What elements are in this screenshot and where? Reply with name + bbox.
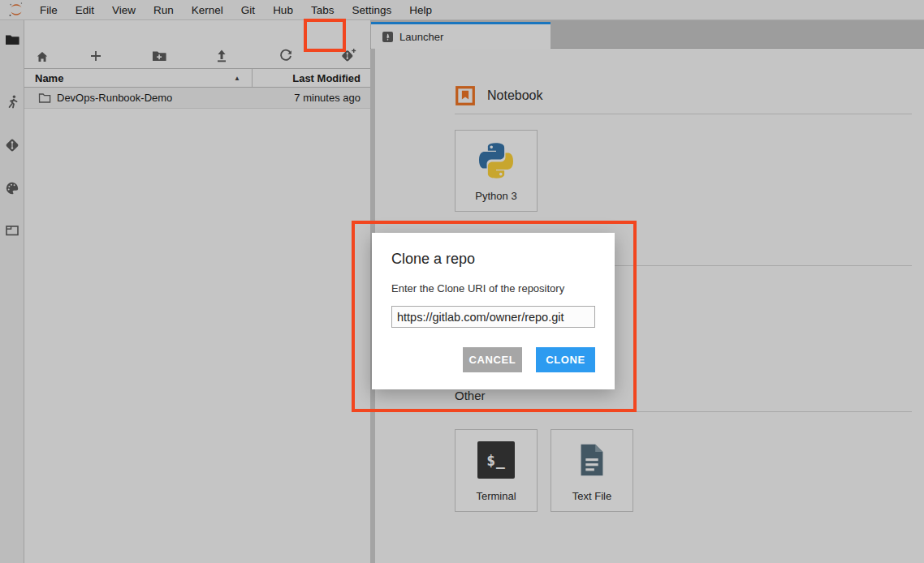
clone-uri-input[interactable] [391,306,595,328]
jupyterlab-app: File Edit View Run Kernel Git Hub Tabs S… [0,0,924,563]
clone-button[interactable]: CLONE [536,347,595,372]
dialog-title: Clone a repo [391,251,595,268]
cancel-button[interactable]: CANCEL [463,347,522,372]
clone-repo-dialog: Clone a repo Enter the Clone URI of the … [372,233,615,389]
dialog-label: Enter the Clone URI of the repository [391,282,595,294]
dialog-buttons: CANCEL CLONE [391,347,595,372]
